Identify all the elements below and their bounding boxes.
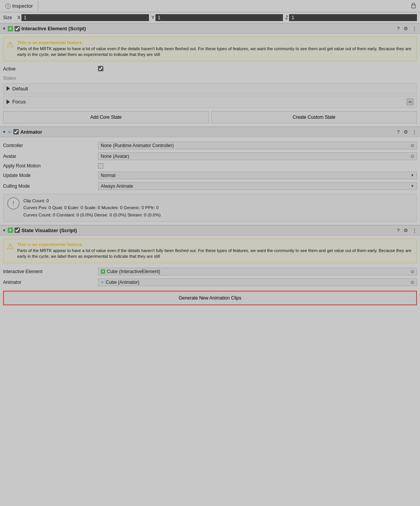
state-button-row: Add Core State Create Custom State [3, 111, 417, 123]
avatar-field-row: Avatar None (Avatar) ⊙ [3, 151, 417, 162]
settings-icon-btn[interactable]: ⚙ [403, 26, 409, 31]
collapse-chevron[interactable]: ▼ [2, 26, 6, 31]
animator-ref-icon: ➤ [101, 280, 104, 285]
help-icon-btn[interactable]: ? [396, 26, 400, 31]
animator-actions: ? ⚙ ⋮ [396, 129, 418, 135]
default-state-label: Default [12, 86, 28, 92]
state-visualizer-body: ⚠ This is an experimental feature. Parts… [0, 236, 420, 308]
state-visualizer-warning-title: This is an experimental feature. [17, 242, 413, 247]
y-input[interactable] [155, 14, 283, 21]
apply-root-motion-value [98, 163, 417, 169]
active-label: Active [3, 66, 95, 72]
culling-mode-select[interactable]: Always Animate ▼ [98, 182, 417, 190]
curves-pos-text: Curves Pos: 0 Quat: 0 Euler: 0 Scale: 0 … [23, 204, 161, 211]
warning-body: Parts of the MRTK appear to have a lot o… [17, 46, 413, 58]
menu-icon-btn[interactable]: ⋮ [411, 26, 418, 31]
controller-label: Controller [3, 143, 95, 148]
animator-header: ▼ ➤ Animator ? ⚙ ⋮ [0, 127, 420, 137]
animator-help-btn[interactable]: ? [396, 129, 400, 135]
update-mode-label: Update Mode [3, 173, 95, 178]
interactive-element-enabled-checkbox[interactable] [15, 26, 20, 31]
focus-state-label: Focus [12, 99, 26, 105]
state-visualizer-menu-btn[interactable]: ⋮ [411, 228, 418, 233]
generate-animation-clips-button[interactable]: Generate New Animation Clips [3, 291, 417, 305]
xyz-y-group: Y [151, 14, 283, 21]
state-visualizer-title: State Visualizer (Script) [21, 228, 395, 233]
default-state-triangle [7, 86, 10, 91]
lock-icon[interactable] [407, 0, 420, 12]
avatar-input[interactable]: None (Avatar) ⊙ [98, 152, 417, 160]
update-mode-select[interactable]: Normal ▼ [98, 172, 417, 179]
avatar-label: Avatar [3, 154, 95, 159]
default-state-item[interactable]: Default [3, 83, 417, 94]
animator-menu-btn[interactable]: ⋮ [411, 129, 418, 135]
active-field-row: Active [3, 64, 417, 74]
apply-root-motion-label: Apply Root Motion [3, 163, 95, 169]
update-mode-value-wrapper: Normal ▼ [98, 172, 417, 179]
interactive-element-header: ▼ # Interactive Element (Script) ? ⚙ ⋮ [0, 23, 420, 34]
controller-field-row: Controller None (Runtime Animator Contro… [3, 140, 417, 151]
state-visualizer-enabled-checkbox[interactable] [15, 228, 20, 233]
interactive-element-ref-target: ⊙ [410, 269, 414, 274]
interactive-element-ref-label: Interactive Element [3, 269, 95, 274]
active-checkbox[interactable] [98, 66, 103, 71]
warning-text: This is an experimental feature. Parts o… [17, 40, 413, 58]
interactive-element-ref-with-hash: # Cube (InteractiveElement) [101, 269, 160, 274]
interactive-element-ref-hash: # [101, 269, 105, 274]
culling-mode-field-row: Culling Mode Always Animate ▼ [3, 181, 417, 192]
x-input[interactable] [21, 14, 149, 21]
size-label: Size [3, 15, 12, 20]
state-visualizer-collapse-chevron[interactable]: ▼ [2, 228, 6, 233]
animator-body: Controller None (Runtime Animator Contro… [0, 137, 420, 225]
default-state-title: Default [7, 86, 28, 92]
z-axis-label: Z [285, 15, 288, 20]
state-visualizer-settings-btn[interactable]: ⚙ [403, 228, 409, 233]
culling-mode-value-wrapper: Always Animate ▼ [98, 182, 417, 190]
animator-settings-btn[interactable]: ⚙ [403, 129, 409, 135]
warning-triangle-icon: ⚠ [7, 40, 14, 49]
interactive-element-body: ⚠ This is an experimental feature. Parts… [0, 34, 420, 126]
remove-focus-state-btn[interactable]: − [407, 98, 413, 105]
state-visualizer-warning: ⚠ This is an experimental feature. Parts… [3, 239, 417, 263]
animator-ref-input[interactable]: ➤ Cube (Animator) ⊙ [98, 278, 417, 286]
state-visualizer-hash-badge: # [8, 228, 13, 233]
controller-input[interactable]: None (Runtime Animator Controller) ⊙ [98, 142, 417, 149]
x-axis-label: X [17, 15, 20, 20]
animator-icon: ➤ [8, 129, 12, 135]
avatar-target-icon: ⊙ [410, 154, 414, 159]
animator-collapse-chevron[interactable]: ▼ [2, 130, 6, 134]
animator-info-text: Clip Count: 0 Curves Pos: 0 Quat: 0 Eule… [23, 197, 161, 218]
add-core-state-button[interactable]: Add Core State [3, 111, 209, 123]
interactive-element-warning: ⚠ This is an experimental feature. Parts… [3, 37, 417, 61]
z-input[interactable] [289, 14, 417, 21]
update-mode-text: Normal [101, 173, 116, 178]
state-visualizer-warning-text: This is an experimental feature. Parts o… [17, 242, 413, 260]
apply-root-motion-checkbox[interactable] [98, 163, 103, 169]
animator-info-box: ! Clip Count: 0 Curves Pos: 0 Quat: 0 Eu… [3, 194, 417, 222]
focus-state-item[interactable]: Focus − [3, 96, 417, 108]
controller-input-text: None (Runtime Animator Controller) [101, 143, 174, 148]
culling-mode-arrow: ▼ [410, 184, 414, 188]
interactive-element-ref-input[interactable]: # Cube (InteractiveElement) ⊙ [98, 268, 417, 275]
states-label: States [3, 74, 417, 83]
apply-root-motion-field-row: Apply Root Motion [3, 162, 417, 170]
interactive-element-actions: ? ⚙ ⋮ [396, 26, 418, 31]
hash-badge: # [8, 26, 13, 31]
animator-ref-row: Animator ➤ Cube (Animator) ⊙ [3, 277, 417, 288]
clip-count-text: Clip Count: 0 [23, 197, 161, 204]
create-custom-state-button[interactable]: Create Custom State [211, 111, 417, 123]
culling-mode-text: Always Animate [101, 183, 133, 189]
focus-state-title: Focus [7, 99, 26, 105]
size-row: Size X Y Z [0, 12, 420, 23]
avatar-input-text: None (Avatar) [101, 154, 129, 159]
animator-enabled-checkbox[interactable] [13, 129, 19, 134]
state-visualizer-header: ▼ # State Visualizer (Script) ? ⚙ ⋮ [0, 225, 420, 236]
interactive-element-title: Interactive Element (Script) [21, 26, 395, 31]
animator-ref-text: Cube (Animator) [106, 280, 139, 285]
state-visualizer-help-btn[interactable]: ? [396, 228, 400, 233]
animator-info-icon: ! [7, 197, 20, 210]
inspector-tab[interactable]: i Inspector [0, 1, 38, 11]
warning-title: This is an experimental feature. [17, 40, 413, 45]
active-value [98, 66, 417, 72]
state-visualizer-warning-body: Parts of the MRTK appear to have a lot o… [17, 248, 413, 260]
